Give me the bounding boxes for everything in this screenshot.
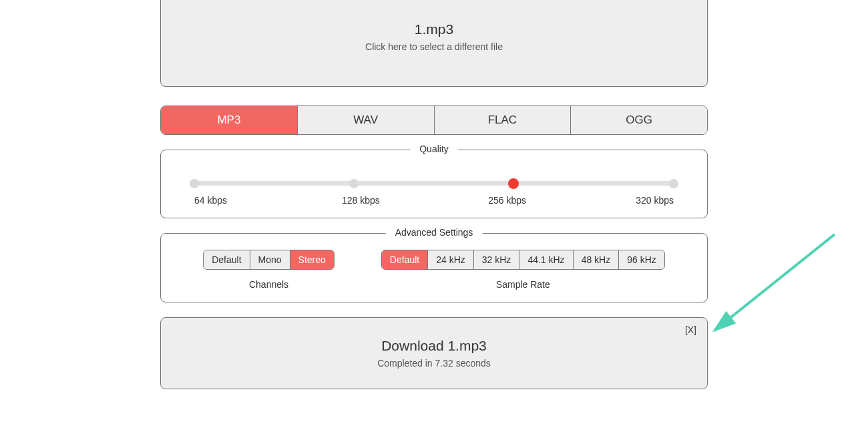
close-icon[interactable]: [X] [685, 325, 696, 335]
annotation-arrow-icon [701, 230, 848, 344]
sample-32[interactable]: 32 kHz [474, 250, 520, 269]
advanced-fieldset: Advanced Settings Default Mono Stereo Ch… [160, 233, 708, 302]
quality-label-64: 64 kbps [194, 195, 234, 206]
file-name: 1.mp3 [174, 21, 694, 37]
sample-24[interactable]: 24 kHz [428, 250, 474, 269]
samplerate-label: Sample Rate [381, 279, 665, 290]
tab-ogg[interactable]: OGG [571, 106, 707, 134]
quality-label-256: 256 kbps [487, 195, 527, 206]
channels-group: Default Mono Stereo Channels [203, 250, 335, 290]
quality-legend: Quality [410, 144, 458, 154]
channels-pills: Default Mono Stereo [203, 250, 335, 270]
quality-slider[interactable] [194, 181, 674, 186]
slider-stop-128[interactable] [349, 179, 359, 188]
quality-fieldset: Quality 64 kbps 128 kbps 256 kbps 320 kb… [160, 150, 708, 218]
channels-label: Channels [203, 279, 335, 290]
sample-96[interactable]: 96 kHz [619, 250, 664, 269]
svg-line-0 [714, 234, 835, 331]
slider-stop-256[interactable] [508, 178, 519, 189]
tab-mp3[interactable]: MP3 [161, 106, 298, 134]
channels-stereo[interactable]: Stereo [290, 250, 334, 269]
file-drop-panel[interactable]: 1.mp3 Click here to select a different f… [160, 0, 708, 87]
quality-labels: 64 kbps 128 kbps 256 kbps 320 kbps [194, 195, 674, 206]
file-hint: Click here to select a different file [174, 41, 694, 52]
sample-default[interactable]: Default [382, 250, 428, 269]
format-tabs: MP3 WAV FLAC OGG [160, 105, 708, 135]
quality-label-320: 320 kbps [634, 195, 674, 206]
quality-label-128: 128 kbps [341, 195, 381, 206]
channels-mono[interactable]: Mono [250, 250, 290, 269]
slider-track [194, 181, 674, 186]
slider-stop-320[interactable] [669, 179, 678, 188]
samplerate-group: Default 24 kHz 32 kHz 44.1 kHz 48 kHz 96… [381, 250, 665, 290]
tab-wav[interactable]: WAV [298, 106, 435, 134]
sample-48[interactable]: 48 kHz [574, 250, 620, 269]
download-title: Download 1.mp3 [174, 338, 694, 354]
download-status: Completed in 7.32 seconds [174, 358, 694, 369]
samplerate-pills: Default 24 kHz 32 kHz 44.1 kHz 48 kHz 96… [381, 250, 665, 270]
advanced-legend: Advanced Settings [386, 227, 483, 238]
tab-flac[interactable]: FLAC [435, 106, 572, 134]
channels-default[interactable]: Default [204, 250, 250, 269]
download-panel[interactable]: [X] Download 1.mp3 Completed in 7.32 sec… [160, 317, 708, 389]
slider-stop-64[interactable] [190, 179, 199, 188]
sample-44[interactable]: 44.1 kHz [519, 250, 573, 269]
